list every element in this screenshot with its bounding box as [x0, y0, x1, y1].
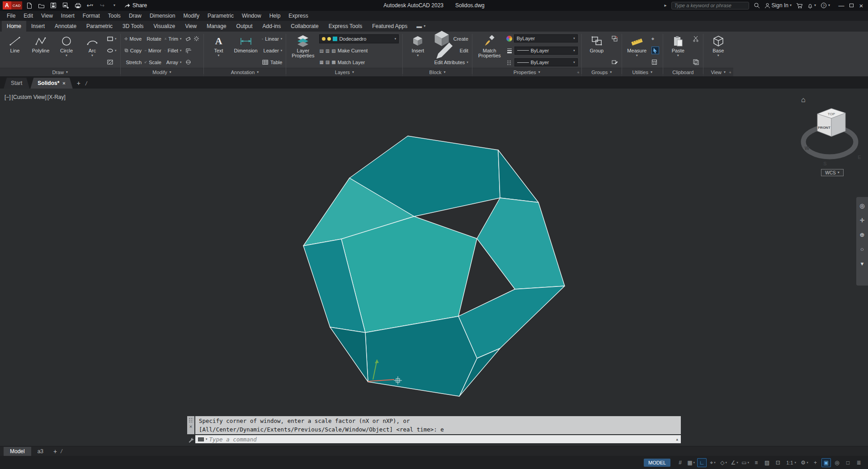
- search-input[interactable]: [675, 3, 746, 8]
- isodraft-icon[interactable]: ◇▾: [719, 458, 728, 467]
- new-file-icon[interactable]: [25, 1, 33, 9]
- menu-item[interactable]: Modify: [179, 12, 203, 20]
- menu-item[interactable]: View: [37, 12, 57, 20]
- trim-button[interactable]: Trim▾: [165, 34, 182, 43]
- array-button[interactable]: Array▾: [165, 58, 182, 66]
- ribbon-tab[interactable]: Collaborate: [286, 21, 323, 32]
- object-snap-icon[interactable]: ▭▾: [741, 458, 750, 467]
- menu-item[interactable]: Dimension: [146, 12, 179, 20]
- ribbon-tab[interactable]: 3D Tools: [118, 21, 148, 32]
- qat-customize-caret-icon[interactable]: ▾: [110, 1, 118, 9]
- new-drawing-tab-button[interactable]: +: [77, 80, 80, 87]
- annotation-panel-footer[interactable]: Annotation▾: [204, 68, 286, 76]
- menu-item[interactable]: Edit: [19, 12, 37, 20]
- view-panel-footer[interactable]: View▾»: [703, 68, 733, 76]
- rectangle-button[interactable]: ▾: [107, 35, 117, 42]
- rotate-button[interactable]: Rotate: [145, 34, 161, 43]
- stretch-button[interactable]: Stretch: [124, 58, 142, 66]
- workspace-gear-icon[interactable]: ⚙▾: [800, 458, 809, 467]
- ellipse-button[interactable]: ▾: [107, 47, 117, 54]
- block-panel-footer[interactable]: Block▾: [403, 68, 472, 76]
- menu-item[interactable]: Draw: [125, 12, 146, 20]
- command-expand-icon[interactable]: ▴: [676, 437, 678, 441]
- compass-west-label[interactable]: W: [805, 145, 810, 151]
- steering-wheel-icon[interactable]: ◎: [859, 202, 864, 210]
- grid-icon[interactable]: #: [675, 458, 685, 467]
- pan-icon[interactable]: ✛: [860, 216, 865, 224]
- color-dropdown[interactable]: ByLayer ▾: [514, 34, 578, 42]
- navbar-menu-icon[interactable]: ▾: [861, 259, 864, 267]
- drawing-viewport[interactable]: [−] [Custom View] [X-Ray]: [0, 89, 868, 446]
- menu-item[interactable]: Parametric: [203, 12, 238, 20]
- menu-item[interactable]: Insert: [57, 12, 79, 20]
- properties-panel-footer[interactable]: Properties▾»: [472, 68, 581, 76]
- ribbon-tab[interactable]: Featured Apps: [367, 21, 412, 32]
- ribbon-tab[interactable]: Insert: [26, 21, 50, 32]
- explode-icon[interactable]: [193, 35, 200, 42]
- help-icon[interactable]: ?▾: [821, 2, 830, 9]
- annotation-add-icon[interactable]: +: [811, 458, 820, 467]
- panel-launcher-icon[interactable]: »: [576, 70, 581, 75]
- draw-panel-footer[interactable]: Draw▾: [0, 68, 120, 76]
- open-folder-icon[interactable]: [37, 1, 45, 9]
- group-button[interactable]: Group: [585, 34, 608, 67]
- layout-tab[interactable]: a3: [31, 447, 50, 456]
- view-cube[interactable]: ⌂ W S E TOP FRONT: [797, 91, 865, 180]
- fillet-button[interactable]: Fillet▾: [165, 46, 182, 55]
- command-input[interactable]: [209, 436, 675, 443]
- mirror-button[interactable]: Mirror: [145, 46, 161, 55]
- command-prompt-icon[interactable]: [198, 437, 204, 441]
- file-tab[interactable]: Start: [4, 78, 29, 89]
- menu-item[interactable]: File: [3, 12, 19, 20]
- move-button[interactable]: Move: [124, 34, 142, 43]
- make-current-button[interactable]: ▤▥▧ Make Current: [319, 47, 399, 55]
- annotation-scale-button[interactable]: 1:1▾: [784, 460, 798, 465]
- match-properties-button[interactable]: Match Properties: [476, 34, 503, 67]
- measure-button[interactable]: Measure ▾: [626, 34, 648, 67]
- viewport-minimize-control[interactable]: [−]: [5, 94, 11, 100]
- new-layout-button[interactable]: +: [53, 448, 57, 455]
- copy-clip-button[interactable]: [693, 58, 699, 66]
- customize-wrench-icon[interactable]: [188, 437, 193, 443]
- clipboard-panel-footer[interactable]: Clipboard: [663, 68, 703, 76]
- file-tab[interactable]: Solidos*×: [30, 78, 72, 89]
- offset-button[interactable]: [185, 47, 200, 54]
- lineweight-dropdown[interactable]: ByLayer ▾: [514, 47, 578, 55]
- linear-button[interactable]: Linear▾: [262, 34, 283, 43]
- insert-button[interactable]: Insert ▾: [406, 34, 429, 67]
- paste-button[interactable]: Paste ▾: [667, 34, 689, 67]
- group-edit-button[interactable]: [611, 58, 618, 66]
- viewcube-front-label[interactable]: FRONT: [818, 126, 830, 130]
- transparency-icon[interactable]: ▨: [762, 458, 772, 467]
- home-icon[interactable]: ⌂: [801, 96, 806, 103]
- notifications-icon[interactable]: ▾: [807, 3, 816, 9]
- menu-item[interactable]: Format: [79, 12, 104, 20]
- groups-panel-footer[interactable]: Groups▾: [582, 68, 622, 76]
- share-button[interactable]: Share: [124, 2, 147, 9]
- circle-button[interactable]: Circle ▾: [55, 34, 78, 67]
- base-button[interactable]: Base ▾: [707, 34, 730, 67]
- ribbon-tab[interactable]: Add-ins: [258, 21, 286, 32]
- ribbon-tab[interactable]: View: [180, 21, 202, 32]
- lineweight-icon[interactable]: ≡: [751, 458, 761, 467]
- object-snap-tracking-icon[interactable]: ∠▾: [730, 458, 739, 467]
- minimize-icon[interactable]: —: [836, 0, 846, 10]
- text-button[interactable]: A Text ▾: [208, 34, 230, 67]
- search-collapse-icon[interactable]: ▸: [665, 4, 667, 7]
- ribbon-tab[interactable]: Visualize: [149, 21, 180, 32]
- customization-icon[interactable]: ≣: [854, 458, 863, 467]
- ribbon-tab[interactable]: Home: [2, 21, 26, 32]
- plot-icon[interactable]: [74, 1, 82, 9]
- command-window-grip[interactable]: ×: [187, 416, 194, 434]
- viewport-view-control[interactable]: [Custom View]: [12, 94, 47, 100]
- linetype-dropdown[interactable]: ByLayer ▾: [514, 58, 578, 66]
- polyline-button[interactable]: Polyline: [29, 34, 52, 67]
- menu-item[interactable]: Express: [284, 12, 312, 20]
- sign-in-button[interactable]: Sign In ▾: [764, 2, 792, 9]
- dodecahedron[interactable]: [303, 136, 565, 396]
- polar-tracking-icon[interactable]: ⌖▾: [708, 458, 717, 467]
- wcs-dropdown[interactable]: WCS ▾: [821, 169, 844, 176]
- dimension-button[interactable]: Dimension: [233, 34, 259, 67]
- redo-icon[interactable]: ↪: [98, 1, 106, 9]
- maximize-icon[interactable]: [846, 0, 856, 10]
